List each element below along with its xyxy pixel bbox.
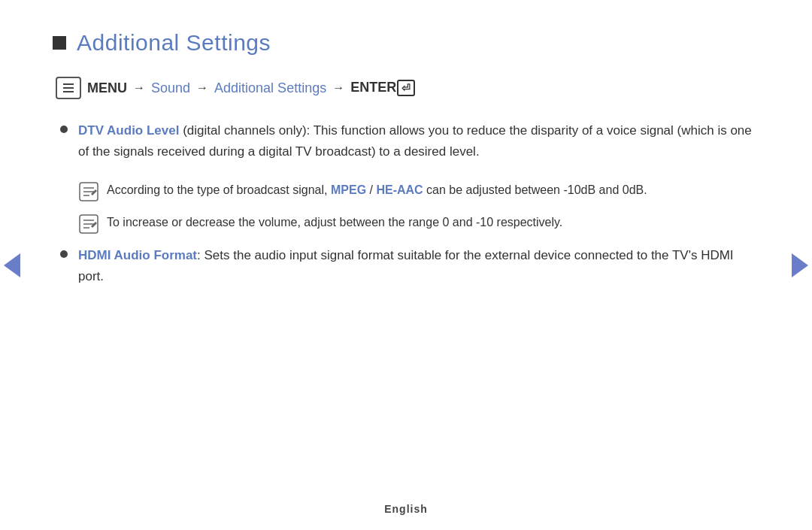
- footer-language: English: [0, 503, 812, 515]
- bullet-text-dtv: DTV Audio Level (digital channels only):…: [78, 120, 752, 162]
- breadcrumb-additional-settings: Additional Settings: [214, 80, 326, 96]
- svg-marker-9: [91, 222, 97, 228]
- content-area: DTV Audio Level (digital channels only):…: [53, 120, 752, 287]
- note-icon-2: [78, 214, 99, 235]
- breadcrumb-arrow-1: →: [133, 81, 145, 95]
- breadcrumb-sound: Sound: [151, 80, 190, 96]
- mpeg-label: MPEG: [331, 183, 366, 196]
- svg-marker-4: [91, 189, 97, 195]
- dtv-audio-level-label: DTV Audio Level: [78, 123, 179, 138]
- enter-icon: ⏎: [397, 80, 415, 96]
- dtv-audio-level-description: (digital channels only): This function a…: [78, 123, 752, 159]
- page-title: Additional Settings: [77, 30, 271, 56]
- hdmi-audio-format-label: HDMI Audio Format: [78, 248, 197, 262]
- note-item-1: According to the type of broadcast signa…: [78, 180, 752, 202]
- he-aac-label: HE-AAC: [376, 183, 423, 196]
- bullet-dot-1: [60, 126, 68, 133]
- note-text-2: To increase or decrease the volume, adju…: [107, 213, 562, 232]
- bullet-item-dtv: DTV Audio Level (digital channels only):…: [60, 120, 752, 162]
- menu-icon: [56, 77, 81, 99]
- breadcrumb-arrow-3: →: [332, 81, 344, 95]
- bullet-dot-2: [60, 250, 68, 258]
- breadcrumb-arrow-2: →: [196, 81, 208, 95]
- note-item-2: To increase or decrease the volume, adju…: [78, 213, 752, 235]
- note-text-1: According to the type of broadcast signa…: [107, 180, 647, 200]
- bullet-text-hdmi: HDMI Audio Format: Sets the audio input …: [78, 245, 752, 287]
- menu-label: MENU: [87, 80, 127, 96]
- enter-label: ENTER⏎: [350, 80, 415, 96]
- title-square-icon: [53, 36, 66, 50]
- bullet-item-hdmi: HDMI Audio Format: Sets the audio input …: [60, 245, 752, 287]
- note-icon-1: [78, 181, 99, 202]
- page-title-section: Additional Settings: [53, 30, 752, 56]
- page-container: Additional Settings MENU → Sound → Addit…: [0, 0, 812, 530]
- menu-icon-lines: [63, 83, 74, 92]
- breadcrumb: MENU → Sound → Additional Settings → ENT…: [53, 77, 752, 99]
